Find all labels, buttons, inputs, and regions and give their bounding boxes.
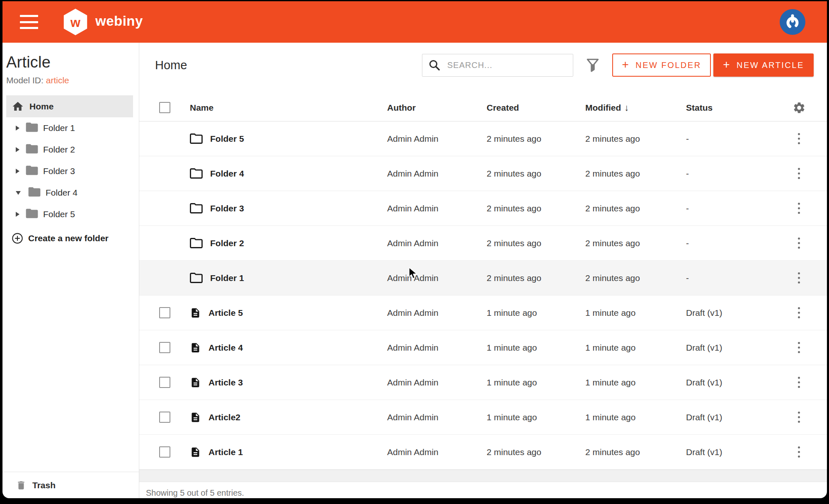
sidebar-item-home[interactable]: Home [6, 95, 133, 117]
table-row[interactable]: Folder 3 Admin Admin 2 minutes ago 2 min… [139, 191, 827, 226]
row-checkbox[interactable] [159, 412, 170, 423]
table-row[interactable]: Article 5 Admin Admin 1 minute ago 1 min… [139, 296, 827, 330]
column-header-status[interactable]: Status [686, 103, 788, 113]
create-folder-button[interactable]: Create a new folder [12, 233, 139, 244]
entry-created: 1 minute ago [487, 412, 585, 422]
sidebar-folder-item[interactable]: Folder 5 [2, 204, 139, 225]
chevron-right-icon[interactable] [16, 126, 19, 131]
horizontal-scrollbar[interactable] [139, 470, 827, 482]
row-actions-menu-button[interactable] [791, 129, 807, 148]
entry-created: 1 minute ago [487, 378, 585, 388]
folder-icon [190, 168, 203, 179]
entry-name[interactable]: Folder 2 [210, 238, 244, 248]
entry-name[interactable]: Article 4 [208, 343, 243, 353]
column-header-author[interactable]: Author [387, 103, 487, 113]
entry-name[interactable]: Folder 1 [210, 273, 244, 283]
document-icon [190, 341, 201, 354]
chevron-right-icon[interactable] [16, 169, 19, 174]
entry-status: Draft (v1) [686, 378, 788, 388]
search-icon [428, 59, 441, 71]
entry-modified: 1 minute ago [585, 343, 686, 353]
table-row[interactable]: Article 4 Admin Admin 1 minute ago 1 min… [139, 330, 827, 365]
table-row[interactable]: Article2 Admin Admin 1 minute ago 1 minu… [139, 400, 827, 435]
table-row[interactable]: Folder 4 Admin Admin 2 minutes ago 2 min… [139, 156, 827, 191]
row-actions-menu-button[interactable] [791, 338, 807, 357]
column-header-created[interactable]: Created [487, 103, 585, 113]
select-all-checkbox[interactable] [159, 102, 170, 113]
filter-button[interactable] [586, 58, 600, 73]
row-actions-menu-button[interactable] [791, 443, 807, 462]
table-settings-button[interactable] [788, 101, 810, 114]
entry-author: Admin Admin [387, 308, 487, 318]
model-id-line: Model ID: article [6, 75, 133, 85]
folder-label: Folder 1 [43, 123, 75, 133]
table-row[interactable]: Article 3 Admin Admin 1 minute ago 1 min… [139, 365, 827, 400]
entry-modified: 1 minute ago [585, 412, 686, 422]
entry-modified: 2 minutes ago [585, 169, 686, 179]
sidebar-folder-item[interactable]: Folder 3 [2, 160, 139, 182]
row-actions-menu-button[interactable] [791, 269, 807, 288]
chevron-down-icon[interactable] [16, 191, 21, 195]
column-header-modified[interactable]: Modified ↓ [585, 102, 686, 113]
entry-name[interactable]: Folder 4 [210, 169, 244, 179]
sidebar-folder-item[interactable]: Folder 2 [2, 139, 139, 160]
entry-author: Admin Admin [387, 412, 487, 422]
entry-author: Admin Admin [387, 204, 487, 213]
folder-tree: Home Folder 1 Folder 2 Folder 3 Folder 4… [2, 95, 139, 244]
user-avatar[interactable] [780, 9, 805, 35]
new-article-button[interactable]: + NEW ARTICLE [713, 53, 814, 77]
column-header-name[interactable]: Name [190, 103, 387, 113]
entry-author: Admin Admin [387, 378, 487, 388]
folder-icon [190, 272, 203, 284]
folder-icon [190, 133, 203, 144]
chevron-right-icon[interactable] [16, 212, 19, 217]
folder-icon [190, 237, 203, 249]
top-navbar: w webiny [2, 1, 827, 43]
entry-author: Admin Admin [387, 273, 487, 283]
folder-label: Folder 4 [46, 188, 78, 198]
chevron-right-icon[interactable] [16, 147, 19, 152]
folder-icon [26, 143, 38, 154]
entry-modified: 2 minutes ago [585, 273, 686, 283]
entry-name[interactable]: Article2 [208, 412, 240, 422]
model-title: Article [6, 53, 133, 71]
row-actions-menu-button[interactable] [791, 234, 807, 253]
row-actions-menu-button[interactable] [791, 164, 807, 183]
hamburger-menu-icon[interactable] [20, 15, 38, 29]
row-checkbox[interactable] [159, 446, 170, 458]
row-checkbox[interactable] [159, 377, 170, 388]
document-icon [190, 446, 201, 459]
table-row[interactable]: Folder 2 Admin Admin 2 minutes ago 2 min… [139, 226, 827, 261]
row-actions-menu-button[interactable] [791, 373, 807, 392]
entry-name[interactable]: Article 1 [208, 447, 243, 457]
folder-icon [26, 122, 38, 134]
entry-name[interactable]: Folder 5 [210, 134, 244, 144]
table-body: Folder 5 Admin Admin 2 minutes ago 2 min… [139, 121, 827, 470]
sidebar-folder-item[interactable]: Folder 4 [2, 182, 139, 204]
row-actions-menu-button[interactable] [791, 408, 807, 427]
home-icon [12, 100, 24, 113]
brand-logo[interactable]: w webiny [62, 8, 143, 36]
search-input[interactable] [447, 61, 567, 70]
new-folder-button[interactable]: + NEW FOLDER [612, 53, 711, 77]
entry-author: Admin Admin [387, 238, 487, 248]
sidebar-folder-item[interactable]: Folder 1 [2, 117, 139, 139]
brand-wordmark: webiny [95, 13, 143, 29]
table-row[interactable]: Article 1 Admin Admin 2 minutes ago 2 mi… [139, 435, 827, 470]
table-row[interactable]: Folder 5 Admin Admin 2 minutes ago 2 min… [139, 121, 827, 156]
row-checkbox[interactable] [159, 307, 170, 318]
entry-status: - [686, 169, 788, 179]
trash-button[interactable]: Trash [2, 472, 139, 498]
current-folder-title: Home [155, 58, 187, 72]
entry-created: 2 minutes ago [487, 238, 585, 248]
row-actions-menu-button[interactable] [791, 199, 807, 218]
row-checkbox[interactable] [159, 342, 170, 353]
entry-name[interactable]: Article 3 [208, 378, 243, 388]
table-row[interactable]: Folder 1 Admin Admin 2 minutes ago 2 min… [139, 261, 827, 296]
row-actions-menu-button[interactable] [791, 303, 807, 322]
folder-label: Folder 2 [43, 145, 75, 155]
entry-modified: 1 minute ago [585, 308, 686, 318]
entry-name[interactable]: Folder 3 [210, 204, 244, 213]
entry-name[interactable]: Article 5 [208, 308, 243, 318]
folder-icon [26, 165, 38, 177]
